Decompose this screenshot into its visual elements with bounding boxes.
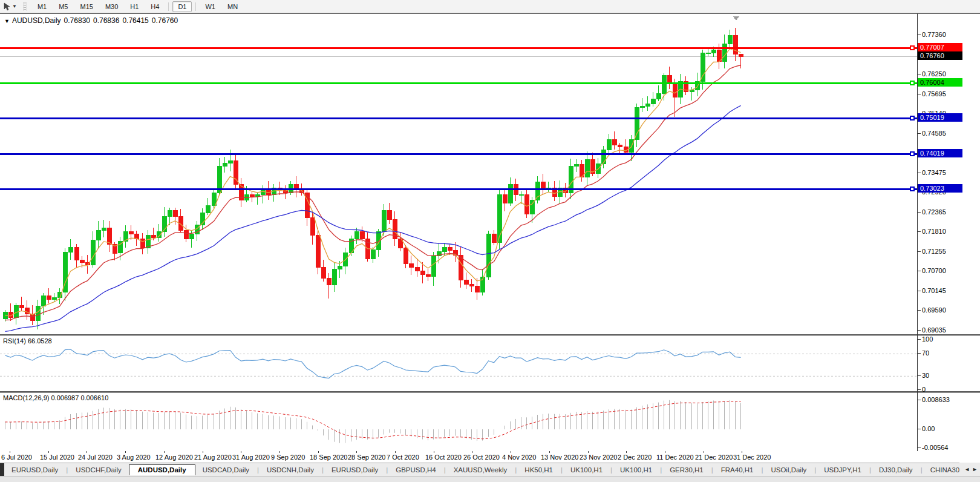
- chart-tab-usdcad-daily[interactable]: USDCAD,Daily: [195, 464, 256, 475]
- price-axis-label: 0.71810: [922, 228, 946, 235]
- chart-tab-fra40-h1[interactable]: FRA40,H1: [714, 464, 761, 475]
- date-axis-tick: [125, 451, 126, 453]
- tab-scroll-arrows: ◄ ►: [959, 463, 980, 476]
- timeframe-button-d1[interactable]: D1: [172, 1, 192, 12]
- date-axis-label: 23 Nov 2020: [580, 454, 617, 461]
- tabbar-left-edge: [0, 463, 4, 477]
- cursor-tool-icon[interactable]: [2, 2, 11, 11]
- timeframe-button-m15[interactable]: M15: [74, 1, 98, 12]
- chart-tab-usdcnh-daily[interactable]: USDCNH,Daily: [260, 464, 321, 475]
- date-axis-tick: [164, 451, 165, 453]
- price-axis-label: 0.70145: [922, 287, 946, 294]
- date-axis-tick: [434, 451, 434, 453]
- date-axis-label: 2 Dec 2020: [618, 454, 652, 461]
- rsi-axis-tick: [918, 375, 921, 376]
- hline-0.73023[interactable]: [0, 187, 917, 191]
- chevron-down-icon[interactable]: ▼: [12, 4, 17, 9]
- date-axis-label: 11 Dec 2020: [656, 454, 694, 461]
- statusbar-strip: [0, 476, 980, 482]
- candlestick-chart[interactable]: [0, 14, 917, 334]
- tab-scroll-left-icon[interactable]: ◄: [964, 466, 970, 472]
- date-axis-label: 21 Dec 2020: [695, 454, 733, 461]
- timeframe-button-w1[interactable]: W1: [200, 1, 221, 12]
- symbol-label: AUDUSD,Daily: [12, 16, 61, 25]
- date-axis-label: 6 Jul 2020: [1, 454, 32, 461]
- price-axis-tick: [918, 133, 921, 134]
- timeframe-button-h4[interactable]: H4: [145, 1, 165, 12]
- macd-axis-label: 0.00: [922, 425, 935, 432]
- tab-scroll-right-icon[interactable]: ►: [972, 466, 978, 472]
- chart-tab-usdchf-daily[interactable]: USDCHF,Daily: [68, 464, 128, 475]
- toolbar-separator: [195, 2, 196, 11]
- price-axis-label: 0.69035: [922, 326, 946, 334]
- date-axis-tick: [626, 451, 627, 453]
- price-axis-tick: [918, 330, 921, 331]
- candles: [3, 28, 743, 329]
- price-axis-tick: [918, 94, 921, 94]
- rsi-indicator-label: RSI(14) 66.0528: [3, 337, 52, 345]
- macd-axis-tick: [918, 447, 921, 448]
- date-axis-label: 31 Dec 2020: [733, 454, 771, 461]
- rsi-pane[interactable]: [0, 335, 980, 392]
- timeframe-button-m30[interactable]: M30: [100, 1, 123, 12]
- date-axis-tick: [203, 451, 203, 453]
- rsi-chart[interactable]: [0, 336, 917, 391]
- timeframe-button-m1[interactable]: M1: [32, 1, 52, 12]
- mt4-terminal: { "toolbar": { "timeframes": ["M1","M5",…: [0, 0, 980, 482]
- toolbar-drag-handle[interactable]: [23, 2, 27, 11]
- chart-tab-usdjpy-h1[interactable]: USDJPY,H1: [817, 464, 869, 475]
- ohlc-open: 0.76830: [64, 16, 90, 25]
- macd-histogram: [5, 400, 741, 443]
- collapse-triangle-icon[interactable]: ▼: [4, 18, 10, 24]
- date-axis-label: 9 Sep 2020: [271, 454, 305, 461]
- chart-tab-uk100-h1[interactable]: UK100,H1: [563, 464, 610, 475]
- price-badge-0.76004: 0.76004: [918, 78, 962, 87]
- price-badge-0.74019: 0.74019: [918, 149, 962, 157]
- timeframe-button-h1[interactable]: H1: [125, 1, 144, 12]
- date-axis-label: 18 Sep 2020: [310, 454, 347, 461]
- chart-tab-audusd-daily[interactable]: AUDUSD,Daily: [129, 464, 195, 475]
- price-badge-0.76760: 0.76760: [918, 51, 962, 60]
- chart-tab-usoil-daily[interactable]: USOil,Daily: [763, 464, 814, 475]
- hline-0.77007[interactable]: [0, 46, 917, 50]
- chart-tab-ger30-h1[interactable]: GER30,H1: [662, 464, 711, 475]
- chart-tab-hk50-h1[interactable]: HK50,H1: [517, 464, 560, 475]
- hline-0.75019[interactable]: [0, 116, 917, 120]
- chart-tab-xauusd-weekly[interactable]: XAUUSD,Weekly: [446, 464, 515, 475]
- macd-axis-tick: [918, 400, 921, 400]
- macd-pane[interactable]: [0, 392, 980, 452]
- chart-tab-uk100-h1[interactable]: UK100,H1: [613, 464, 659, 475]
- date-axis-tick: [356, 451, 357, 453]
- price-axis-tick: [918, 231, 921, 232]
- price-axis-tick: [918, 74, 921, 74]
- date-axis-tick: [665, 451, 665, 453]
- date-axis-tick: [511, 451, 511, 453]
- shift-marker-icon: [733, 16, 739, 21]
- rsi-axis-tick: [918, 353, 921, 354]
- price-axis-tick: [918, 310, 921, 311]
- main-chart-pane[interactable]: [0, 13, 980, 335]
- hline-0.76004[interactable]: [0, 81, 917, 85]
- date-axis-tick: [87, 451, 87, 453]
- price-axis-label: 0.70700: [922, 267, 946, 274]
- date-axis: 6 Jul 202015 Jul 202024 Jul 20203 Aug 20…: [0, 451, 980, 463]
- chart-tab-gbpusd-h4[interactable]: GBPUSD,H4: [388, 464, 443, 475]
- chart-tab-dj30-daily[interactable]: DJ30,Daily: [872, 464, 920, 475]
- price-axis-label: 0.77360: [922, 31, 946, 38]
- date-axis-label: 16 Oct 2020: [425, 454, 462, 461]
- date-axis-tick: [704, 451, 704, 453]
- toolbar-separator: [168, 2, 169, 11]
- price-axis-tick: [918, 35, 921, 35]
- chart-tab-eurusd-daily[interactable]: EURUSD,Daily: [4, 464, 65, 475]
- rsi-axis-label: 0: [922, 386, 926, 393]
- rsi-line: [5, 349, 741, 378]
- date-axis-tick: [241, 451, 241, 453]
- price-axis-label: 0.74585: [922, 130, 946, 137]
- timeframe-button-m5[interactable]: M5: [53, 1, 73, 12]
- chart-tab-eurusd-daily[interactable]: EURUSD,Daily: [324, 464, 385, 475]
- timeframe-button-mn[interactable]: MN: [222, 1, 243, 12]
- macd-chart[interactable]: [0, 393, 917, 451]
- price-axis-label: 0.75695: [922, 90, 946, 97]
- date-axis-tick: [395, 451, 396, 453]
- hline-0.74019[interactable]: [0, 152, 917, 156]
